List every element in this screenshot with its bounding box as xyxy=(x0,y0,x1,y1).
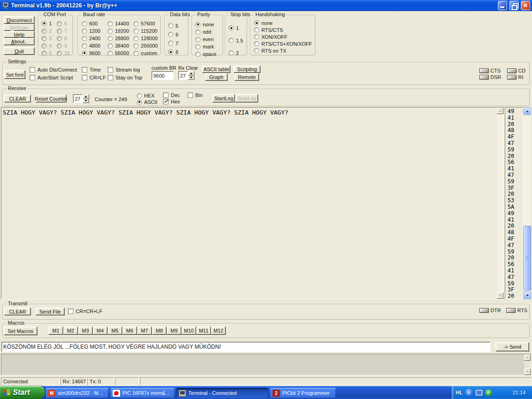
macro-button-m8[interactable]: M8 xyxy=(152,326,167,335)
startlog-button[interactable]: StartLog xyxy=(212,94,235,103)
radio-baud-128000[interactable]: 128000 xyxy=(133,35,158,42)
macro-button-m3[interactable]: M3 xyxy=(78,326,93,335)
language-indicator[interactable]: HL xyxy=(456,390,463,395)
spin-down-button[interactable] xyxy=(188,76,194,80)
disconnect-button[interactable]: Disconnect xyxy=(4,16,35,24)
radio-databits-7[interactable]: 7 xyxy=(168,39,178,48)
radio-databits-6[interactable]: 6 xyxy=(168,30,178,39)
spin-up-button[interactable] xyxy=(83,94,89,99)
radio-stopbits-1-5[interactable]: 1.5 xyxy=(229,34,243,47)
radio-baud-14400[interactable]: 14400 xyxy=(108,20,129,27)
auto-connect-checkbox[interactable]: Auto Dis/Connect xyxy=(30,67,77,73)
reset-counter-button[interactable]: Reset Counter xyxy=(36,95,66,103)
radio-databits-5[interactable]: 5 xyxy=(168,21,178,30)
help-button[interactable]: Help xyxy=(4,31,35,38)
radio-parity-none[interactable]: none xyxy=(195,21,216,28)
about-button[interactable]: About.. xyxy=(4,38,35,45)
rx-view-spinner[interactable]: 27 xyxy=(73,94,89,103)
radio-baud-custom[interactable]: custom xyxy=(133,49,158,57)
set-macros-button[interactable]: Set Macros xyxy=(4,326,37,335)
macro-button-m10[interactable]: M10 xyxy=(181,326,196,335)
radio-handshake-rts-on-tx[interactable]: RTS on TX xyxy=(254,47,312,54)
radio-baud-1200[interactable]: 1200 xyxy=(82,27,100,35)
taskbar-item-terminal[interactable]: Terminal - Connected xyxy=(176,388,268,398)
macro-button-m9[interactable]: M9 xyxy=(167,326,181,335)
radio-parity-space[interactable]: space xyxy=(195,50,216,58)
radio-baud-600[interactable]: 600 xyxy=(82,20,100,27)
radio-view-ascii[interactable]: ASCII xyxy=(137,98,157,106)
radio-parity-odd[interactable]: odd xyxy=(195,28,216,36)
scripting-button[interactable]: Scripting xyxy=(234,66,260,73)
macro-button-m7[interactable]: M7 xyxy=(137,326,152,335)
ascii-table-button[interactable]: ASCII table xyxy=(202,66,230,73)
macro-button-m11[interactable]: M11 xyxy=(196,326,211,335)
radio-handshake-both[interactable]: RTS/CTS+XON/XOFF xyxy=(254,40,312,47)
radio-handshake-xonxoff[interactable]: XON/XOFF xyxy=(254,33,312,40)
radio-baud-28800[interactable]: 28800 xyxy=(108,35,129,42)
transmit-clear-button[interactable]: CLEAR xyxy=(4,308,31,315)
transmit-log[interactable] xyxy=(1,354,531,375)
transmit-input[interactable]: KÖSZÖNÖM ELÉG JÓL ...FŐLEG MOST, HOGY VÉ… xyxy=(1,342,490,352)
autostart-script-checkbox[interactable]: AutoStart Script xyxy=(30,75,73,80)
time-checkbox[interactable]: Time xyxy=(82,67,101,73)
graph-button[interactable]: Graph xyxy=(205,73,228,81)
taskbar-item-mplab[interactable]: sim300drs232 - MPLA... xyxy=(46,388,109,398)
taskbar-item-pdf[interactable]: PIC 16F87x mem&UA... xyxy=(110,388,175,398)
custom-br-input[interactable]: 9600 xyxy=(151,71,174,80)
macro-button-m6[interactable]: M6 xyxy=(122,326,137,335)
macro-button-m1[interactable]: M1 xyxy=(48,326,63,335)
stream-log-checkbox[interactable]: Stream log xyxy=(108,67,140,73)
display-tray-icon[interactable] xyxy=(476,390,483,396)
set-font-button[interactable]: Set font xyxy=(4,70,25,79)
radio-baud-256000[interactable]: 256000 xyxy=(133,42,158,49)
bin-checkbox[interactable]: Bin xyxy=(187,92,203,98)
spin-up-button[interactable] xyxy=(188,71,194,76)
macro-button-m12[interactable]: M12 xyxy=(211,326,226,335)
hex-checkbox[interactable]: Hex xyxy=(163,99,180,104)
receive-terminal[interactable]: SZIA HOGY VAGY? SZIA HOGY VAGY? SZIA HOG… xyxy=(1,107,504,299)
crlf-checkbox[interactable]: CR=LF xyxy=(82,75,106,80)
restore-button[interactable] xyxy=(509,1,519,10)
radio-baud-4800[interactable]: 4800 xyxy=(82,42,100,49)
spin-down-button[interactable] xyxy=(83,99,89,103)
cr-crlf-checkbox[interactable]: CR=CR+LF xyxy=(68,308,102,314)
macro-button-m5[interactable]: M5 xyxy=(108,326,122,335)
radio-baud-9600[interactable]: 9600 xyxy=(82,49,100,57)
dec-checkbox[interactable]: Dec xyxy=(163,92,180,98)
rx-clear-spinner[interactable]: 27 xyxy=(178,71,194,80)
radio-databits-8[interactable]: 8 xyxy=(168,48,178,56)
macro-button-m2[interactable]: M2 xyxy=(63,326,78,335)
stay-on-top-checkbox[interactable]: Stay on Top xyxy=(108,75,142,80)
radio-baud-57600[interactable]: 57600 xyxy=(133,20,158,27)
radio-handshake-rtscts[interactable]: RTS/CTS xyxy=(254,26,312,33)
receive-clear-button[interactable]: CLEAR xyxy=(4,95,31,103)
scroll-up-button[interactable] xyxy=(523,107,531,115)
clock[interactable]: 21:14 xyxy=(513,390,526,395)
radio-baud-38400[interactable]: 38400 xyxy=(108,42,129,49)
status-ok-tray-icon[interactable] xyxy=(485,389,492,396)
hide-icons-chevron-icon[interactable] xyxy=(466,389,473,396)
close-button[interactable] xyxy=(521,1,530,10)
radio-stopbits-2[interactable]: 2 xyxy=(229,47,243,59)
radio-stopbits-1[interactable]: 1 xyxy=(229,22,243,34)
radio-baud-2400[interactable]: 2400 xyxy=(82,35,100,42)
radio-parity-mark[interactable]: mark xyxy=(195,43,216,50)
quit-button[interactable]: Quit xyxy=(4,47,35,55)
taskbar-item-pickit[interactable]: PICkit 2 Programmer xyxy=(270,388,336,398)
radio-com-1[interactable]: 1 xyxy=(42,20,52,27)
radio-parity-even[interactable]: even xyxy=(195,36,216,43)
radio-baud-56000[interactable]: 56000 xyxy=(108,49,129,57)
radio-handshake-none[interactable]: none xyxy=(254,19,312,26)
remote-button[interactable]: Remote xyxy=(235,73,259,81)
send-file-button[interactable]: Send File xyxy=(36,308,65,315)
send-button[interactable]: -> Send xyxy=(496,342,529,351)
minimize-button[interactable] xyxy=(498,1,507,10)
scroll-down-button[interactable] xyxy=(523,291,531,299)
hex-scrollbar[interactable] xyxy=(523,107,531,299)
radio-baud-19200[interactable]: 19200 xyxy=(108,27,129,35)
macro-button-m4[interactable]: M4 xyxy=(93,326,108,335)
transmit-log-scrollbar[interactable] xyxy=(524,354,531,375)
receive-scrollbar[interactable] xyxy=(497,108,503,299)
start-button[interactable]: Start xyxy=(0,386,45,399)
scroll-thumb[interactable] xyxy=(523,226,531,290)
